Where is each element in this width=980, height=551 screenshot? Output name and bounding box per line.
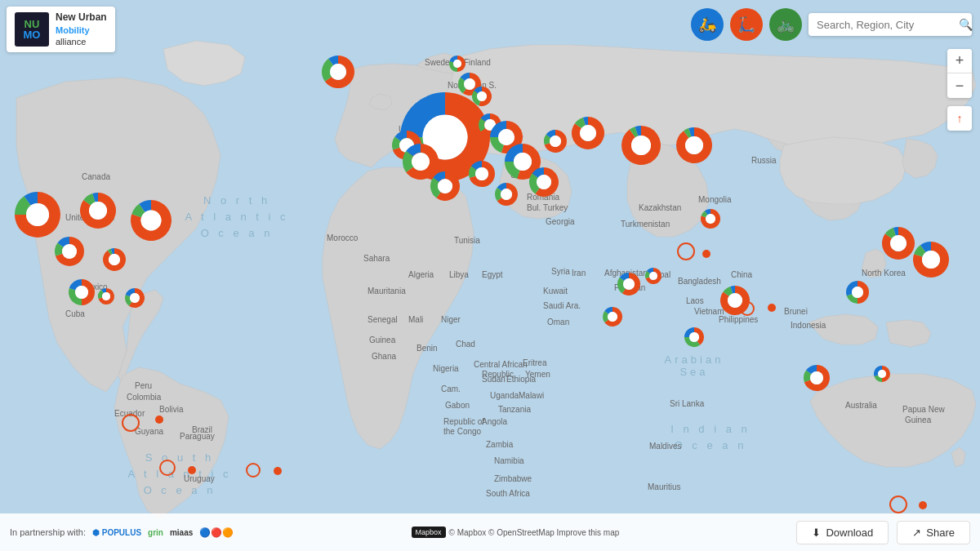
logo-mo: MO bbox=[24, 29, 41, 40]
map-marker[interactable] bbox=[541, 127, 569, 158]
map-marker[interactable] bbox=[675, 241, 697, 265]
country-benin: Benin bbox=[416, 344, 438, 353]
map-marker[interactable] bbox=[738, 300, 756, 321]
search-icon[interactable]: 🔍 bbox=[959, 18, 973, 31]
svg-point-47 bbox=[247, 464, 260, 477]
map-marker[interactable] bbox=[66, 277, 97, 311]
map-marker[interactable] bbox=[674, 125, 715, 169]
map-marker[interactable] bbox=[844, 278, 871, 309]
country-namibia: Namibia bbox=[494, 456, 524, 465]
map-marker[interactable] bbox=[319, 53, 357, 94]
map-marker[interactable] bbox=[96, 286, 117, 310]
filter-scooter-button[interactable]: 🛵 bbox=[691, 8, 724, 41]
svg-point-36 bbox=[890, 235, 906, 251]
search-input[interactable] bbox=[817, 19, 954, 31]
country-australia: Australia bbox=[845, 401, 877, 410]
country-brazil: Brazil bbox=[192, 425, 212, 434]
map-marker[interactable] bbox=[619, 123, 663, 171]
map-marker[interactable] bbox=[698, 207, 723, 234]
svg-point-4 bbox=[62, 244, 77, 259]
map-marker[interactable] bbox=[244, 461, 262, 482]
compass-button[interactable]: ↑ bbox=[947, 106, 972, 131]
country-yemen: Yemen bbox=[525, 370, 550, 379]
svg-point-26 bbox=[501, 189, 512, 200]
map-marker[interactable] bbox=[918, 499, 928, 513]
svg-point-39 bbox=[852, 287, 863, 298]
svg-point-32 bbox=[623, 278, 635, 290]
map-marker[interactable] bbox=[871, 363, 893, 388]
svg-point-38 bbox=[706, 214, 715, 224]
map-marker[interactable] bbox=[428, 169, 462, 207]
map-marker[interactable] bbox=[158, 458, 177, 481]
svg-point-29 bbox=[580, 125, 596, 141]
map-marker[interactable] bbox=[78, 190, 118, 234]
country-sahara: Sahara bbox=[363, 254, 390, 263]
map-marker[interactable] bbox=[911, 239, 951, 283]
share-label: Share bbox=[926, 527, 955, 539]
svg-point-9 bbox=[122, 415, 139, 431]
country-kazakhstan: Kazakhstan bbox=[639, 203, 681, 212]
partner-extra: 🔵🔴🟠 bbox=[199, 527, 234, 538]
svg-point-22 bbox=[412, 153, 430, 171]
map-marker[interactable] bbox=[767, 301, 777, 316]
map-marker[interactable] bbox=[120, 412, 141, 437]
map-marker[interactable] bbox=[122, 286, 147, 313]
country-iran: Iran bbox=[572, 269, 586, 278]
download-label: Download bbox=[826, 527, 873, 539]
map-marker[interactable] bbox=[615, 270, 643, 301]
partner-grin: grin bbox=[148, 528, 163, 537]
country-eritrea: Eritrea bbox=[523, 358, 547, 367]
map-marker[interactable] bbox=[801, 362, 832, 397]
svg-point-46 bbox=[702, 250, 710, 258]
country-tunisia: Tunisia bbox=[454, 236, 480, 245]
map-marker[interactable] bbox=[273, 464, 283, 479]
osm-credit: © Mapbox © OpenStreetMap Improve this ma… bbox=[449, 528, 620, 537]
map-marker[interactable] bbox=[52, 234, 87, 272]
svg-point-10 bbox=[155, 415, 163, 424]
svg-point-23 bbox=[438, 179, 452, 193]
svg-point-44 bbox=[878, 370, 886, 378]
share-button[interactable]: ↗ Share bbox=[897, 521, 970, 544]
map-marker[interactable] bbox=[643, 265, 664, 290]
country-bul: Bul. bbox=[527, 203, 541, 212]
country-cam: Cam. bbox=[441, 384, 461, 393]
country-pnew: Papua New bbox=[902, 405, 945, 414]
zoom-out-button[interactable]: − bbox=[947, 73, 972, 98]
country-brunei: Brunei bbox=[784, 307, 808, 316]
map-container[interactable]: N o r t h A t l a n t i c O c e a n S o … bbox=[0, 0, 980, 551]
svg-point-41 bbox=[741, 302, 754, 315]
filter-moped-button[interactable]: 🛴 bbox=[730, 8, 763, 41]
svg-point-6 bbox=[75, 286, 88, 299]
map-marker[interactable] bbox=[128, 198, 174, 247]
country-egypt: Egypt bbox=[482, 270, 503, 279]
map-marker[interactable] bbox=[569, 114, 607, 155]
map-marker[interactable] bbox=[492, 180, 520, 211]
share-icon: ↗ bbox=[912, 527, 921, 539]
map-marker[interactable] bbox=[600, 304, 625, 332]
country-turkmenistan: Turkmenistan bbox=[621, 220, 670, 229]
download-button[interactable]: ⬇ Download bbox=[796, 521, 889, 544]
country-sa: South Africa bbox=[486, 489, 530, 498]
map-marker[interactable] bbox=[682, 325, 706, 353]
country-zambia: Zambia bbox=[486, 440, 514, 449]
country-niger: Niger bbox=[441, 315, 461, 324]
bottom-bar: In partnership with: ⬢ POPULUS grin miaa… bbox=[0, 513, 980, 551]
svg-point-27 bbox=[537, 175, 551, 189]
svg-point-3 bbox=[141, 211, 162, 231]
map-marker[interactable] bbox=[527, 165, 561, 202]
country-mongolia: Mongolia bbox=[698, 195, 732, 204]
map-marker[interactable] bbox=[154, 413, 164, 428]
svg-point-11 bbox=[160, 460, 175, 475]
partner-miaas: miaas bbox=[170, 528, 193, 537]
map-marker[interactable] bbox=[702, 247, 711, 262]
country-bangladesh: Bangladesh bbox=[678, 277, 721, 286]
partners-section: In partnership with: ⬢ POPULUS grin miaa… bbox=[10, 527, 234, 538]
svg-point-7 bbox=[130, 293, 140, 303]
zoom-in-button[interactable]: + bbox=[947, 49, 972, 73]
map-marker[interactable] bbox=[187, 464, 197, 478]
filter-bike-button[interactable]: 🚲 bbox=[769, 8, 802, 41]
country-mozambique: Zimbabwe bbox=[494, 474, 532, 483]
mapbox-logo: Mapbox bbox=[412, 527, 446, 538]
svg-point-13 bbox=[330, 64, 346, 80]
map-marker[interactable] bbox=[100, 246, 128, 277]
